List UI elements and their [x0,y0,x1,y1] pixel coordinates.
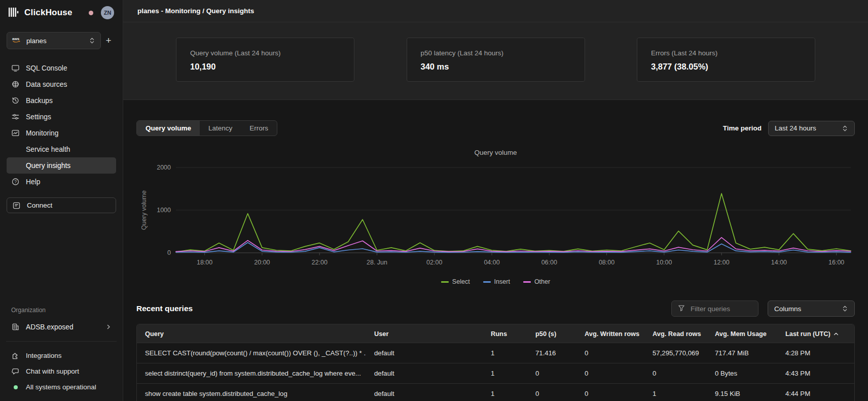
filter-queries-input[interactable] [690,305,745,313]
monitoring-icon [11,129,20,137]
svg-text:20:00: 20:00 [254,259,270,266]
svg-text:14:00: 14:00 [771,259,787,266]
legend-item: Insert [483,278,510,285]
col-header-avg-mem[interactable]: Avg. Mem Usage [707,330,777,338]
cell-user: default [366,349,483,357]
recent-queries-section: Recent queries Columns [136,300,855,401]
columns-select[interactable]: Columns [768,300,855,317]
footer-item-label: Integrations [26,352,62,359]
cell-p50: 0 [527,370,576,377]
tab-query-volume[interactable]: Query volume [137,121,200,136]
logo-row: ClickHouse ZN [7,5,116,19]
svg-text:12:00: 12:00 [713,259,729,266]
stat-label: p50 latency (Last 24 hours) [421,49,571,57]
stat-card-errors: Errors (Last 24 hours) 3,877 (38.05%) [637,38,815,82]
chevron-right-icon [105,324,112,330]
time-period-label: Time period [723,124,762,132]
stat-value: 340 ms [421,62,571,72]
sidebar-item-settings[interactable]: Settings [7,109,116,125]
avatar[interactable]: ZN [101,6,114,19]
cell-avg-read: 57,295,770,069 [644,349,707,357]
cell-query: show create table system.distributed_cac… [137,390,366,397]
recent-queries-table: Query User Runs p50 (s) Avg. Written row… [136,324,855,401]
columns-select-label: Columns [774,305,801,313]
stat-card-p50-latency: p50 latency (Last 24 hours) 340 ms [407,38,585,82]
chevron-updown-icon [842,305,848,312]
console-icon [11,64,20,72]
table-row[interactable]: select distrinct(query_id) from system.d… [137,363,854,383]
sidebar-item-data-sources[interactable]: Data sources [7,76,116,92]
recent-queries-header: Recent queries Columns [136,300,855,317]
cell-runs: 1 [483,349,527,357]
stat-value: 10,190 [190,62,340,72]
sidebar-item-service-health[interactable]: Service health [7,141,116,157]
svg-text:2000: 2000 [157,164,171,171]
col-header-user[interactable]: User [366,330,483,338]
col-header-p50[interactable]: p50 (s) [527,330,576,338]
backups-icon [11,96,20,105]
chart-controls: Query volume Latency Errors Time period … [136,120,855,136]
sidebar-divider [6,341,117,342]
organization-name: ADSB.exposed [26,323,74,331]
sidebar-item-integrations[interactable]: Integrations [7,348,116,363]
service-selector-row: aws planes + [7,32,116,49]
tab-errors[interactable]: Errors [241,121,277,136]
sidebar-item-backups[interactable]: Backups [7,92,116,109]
col-header-last-run[interactable]: Last run (UTC) [777,330,854,338]
stat-value: 3,877 (38.05%) [651,62,801,72]
table-row[interactable]: show create table system.distributed_cac… [137,383,854,401]
cell-p50: 0 [527,390,576,397]
svg-text:0: 0 [167,249,171,256]
brand-name: ClickHouse [24,8,73,18]
organization-item[interactable]: ADSB.exposed [7,319,116,335]
topbar: planes - Monitoring / Query insights [123,0,868,22]
content: Query volume Latency Errors Time period … [123,100,868,401]
main: planes - Monitoring / Query insights Que… [123,0,868,401]
sidebar-item-label: Data sources [26,81,67,88]
tab-latency[interactable]: Latency [200,121,241,136]
sidebar-item-label: Help [26,178,40,186]
sidebar-item-chat-support[interactable]: Chat with support [7,363,116,379]
filter-icon [678,305,685,313]
cell-avg-mem: 717.47 MiB [707,349,777,357]
sidebar-nav: SQL Console Data sources Backups [7,60,116,190]
status-dot-icon [14,385,18,389]
sidebar: ClickHouse ZN aws planes + [0,0,123,401]
sidebar-item-query-insights[interactable]: Query insights [7,157,116,174]
sidebar-item-label: Settings [26,113,51,121]
col-header-runs[interactable]: Runs [483,330,527,338]
cell-last-run: 4:28 PM [777,349,854,357]
connect-button[interactable]: Connect [7,197,116,213]
settings-icon [11,113,20,121]
cell-avg-written: 0 [576,349,644,357]
sidebar-item-sql-console[interactable]: SQL Console [7,60,116,76]
cell-avg-read: 0 [644,370,707,377]
time-period-select[interactable]: Last 24 hours [768,121,855,136]
chart-tabs: Query volume Latency Errors [136,120,277,136]
svg-text:?: ? [14,179,17,184]
chevron-updown-icon [89,37,95,44]
table-row[interactable]: SELECT CAST(round(pow(count() / max(coun… [137,343,854,363]
chart-legend: SelectInsertOther [136,278,855,285]
stat-card-query-volume: Query volume (Last 24 hours) 10,190 [176,38,354,82]
sidebar-item-monitoring[interactable]: Monitoring [7,125,116,141]
puzzle-icon [11,352,20,360]
system-status[interactable]: All systems operational [7,379,116,395]
cell-runs: 1 [483,370,527,377]
sort-asc-icon [834,330,839,338]
svg-text:Query volume: Query volume [140,190,148,230]
col-header-avg-written[interactable]: Avg. Written rows [576,330,644,338]
add-service-button[interactable]: + [101,35,116,46]
svg-text:18:00: 18:00 [197,259,212,266]
cell-avg-read: 1 [644,390,707,397]
service-selector[interactable]: aws planes [7,32,101,49]
sidebar-bottom: Organization ADSB.exposed Inte [7,307,116,395]
cell-query: select distrinct(query_id) from system.d… [137,370,366,377]
col-header-avg-read[interactable]: Avg. Read rows [644,330,707,338]
sidebar-item-help[interactable]: ? Help [7,174,116,190]
cell-p50: 71.416 [527,349,576,357]
chart-title: Query volume [136,149,855,156]
table-controls: Columns [671,300,855,317]
sidebar-item-label: SQL Console [26,64,67,72]
col-header-query[interactable]: Query [137,330,366,338]
